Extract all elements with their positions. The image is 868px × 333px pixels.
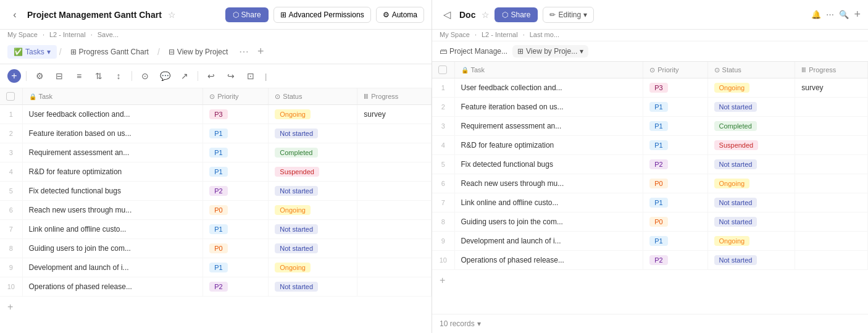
right-row-priority[interactable]: P0 — [643, 174, 707, 193]
right-row-status[interactable]: Not started — [707, 155, 795, 174]
row-priority[interactable]: P2 — [203, 182, 269, 201]
more-options-icon[interactable]: ⋯ — [239, 46, 249, 57]
search-icon[interactable]: 🔍 — [839, 10, 849, 19]
right-row-task[interactable]: Guiding users to join the com... — [454, 213, 643, 232]
row-status[interactable]: Not started — [269, 220, 357, 239]
right-row-progress — [795, 213, 868, 232]
group-button[interactable]: ≡ — [71, 68, 87, 84]
right-star-icon[interactable]: ☆ — [482, 10, 490, 20]
add-view-button[interactable]: + — [254, 45, 267, 59]
right-row-task[interactable]: Reach new users through mu... — [454, 174, 643, 193]
redo-button[interactable]: ↪ — [223, 68, 239, 84]
left-add-row[interactable]: + — [0, 297, 432, 318]
row-task[interactable]: Operations of phased release... — [22, 277, 203, 297]
right-row-status[interactable]: Completed — [707, 117, 795, 136]
row-priority[interactable]: P1 — [203, 258, 269, 277]
right-row-task[interactable]: Fix detected functional bugs — [454, 155, 643, 174]
left-panel-title: Project Management Gantt Chart — [27, 10, 162, 20]
right-header-checkbox[interactable] — [438, 65, 447, 74]
right-row-priority[interactable]: P2 — [643, 251, 707, 270]
row-status[interactable]: Ongoing — [269, 105, 357, 124]
right-row-status[interactable]: Suspended — [707, 136, 795, 155]
sort2-button[interactable]: ↕ — [111, 68, 127, 84]
row-task[interactable]: Feature iteration based on us... — [22, 124, 203, 143]
row-status[interactable]: Suspended — [269, 162, 357, 182]
row-task[interactable]: R&D for feature optimization — [22, 162, 203, 182]
right-row-priority[interactable]: P1 — [643, 193, 707, 213]
right-row-status[interactable]: Not started — [707, 193, 795, 213]
right-row-task[interactable]: Requirement assessment an... — [454, 117, 643, 136]
plus-icon[interactable]: + — [854, 8, 861, 21]
row-status[interactable]: Completed — [269, 143, 357, 162]
right-project-tab[interactable]: 🗃 Project Manage... — [440, 47, 507, 56]
right-row-status[interactable]: Ongoing — [707, 174, 795, 193]
tab-tasks[interactable]: ✅ Tasks ▾ — [7, 45, 57, 59]
row-priority[interactable]: P1 — [203, 162, 269, 182]
right-row-task[interactable]: User feedback collection and... — [454, 78, 643, 98]
row-status[interactable]: Not started — [269, 277, 357, 297]
right-row-status[interactable]: Not started — [707, 213, 795, 232]
back-button[interactable]: ‹ — [7, 7, 22, 22]
tab-progress-gantt[interactable]: ⊞ Progress Gantt Chart — [64, 45, 155, 59]
header-checkbox[interactable] — [6, 92, 15, 101]
row-status[interactable]: Not started — [269, 182, 357, 201]
row-task[interactable]: Requirement assessment an... — [22, 143, 203, 162]
editing-button[interactable]: ✏ Editing ▾ — [543, 7, 594, 23]
right-row-priority[interactable]: P1 — [643, 232, 707, 251]
row-task[interactable]: Development and launch of i... — [22, 258, 203, 277]
row-priority[interactable]: P0 — [203, 201, 269, 220]
right-add-row[interactable]: + — [432, 270, 868, 291]
history-button[interactable]: ⊙ — [137, 68, 153, 84]
right-row-task[interactable]: Link online and offline custo... — [454, 193, 643, 213]
advanced-permissions-button[interactable]: ⊞ Advanced Permissions — [273, 7, 371, 23]
row-priority[interactable]: P0 — [203, 239, 269, 258]
right-row-status[interactable]: Not started — [707, 98, 795, 117]
right-row-priority[interactable]: P3 — [643, 78, 707, 98]
right-share-button[interactable]: ⬡ Share — [495, 7, 538, 22]
right-row-priority[interactable]: P1 — [643, 98, 707, 117]
fullscreen-button[interactable]: ⊡ — [243, 68, 259, 84]
right-row-priority[interactable]: P1 — [643, 136, 707, 155]
row-task[interactable]: Link online and offline custo... — [22, 220, 203, 239]
right-row-status[interactable]: Ongoing — [707, 232, 795, 251]
right-row-progress: survey — [795, 78, 868, 98]
row-priority[interactable]: P1 — [203, 220, 269, 239]
share2-button[interactable]: ↗ — [177, 68, 193, 84]
right-row-task[interactable]: Feature iteration based on us... — [454, 98, 643, 117]
automation-button[interactable]: ⚙ Automa — [376, 7, 424, 23]
row-priority[interactable]: P3 — [203, 105, 269, 124]
row-priority[interactable]: P2 — [203, 277, 269, 297]
star-icon[interactable]: ☆ — [168, 10, 176, 20]
row-task[interactable]: Guiding users to join the com... — [22, 239, 203, 258]
tab-view-by-project[interactable]: ⊟ View by Project — [162, 45, 234, 59]
row-status[interactable]: Not started — [269, 124, 357, 143]
row-status[interactable]: Ongoing — [269, 258, 357, 277]
chevron-down-icon: ▾ — [47, 48, 51, 56]
row-status[interactable]: Ongoing — [269, 201, 357, 220]
row-task[interactable]: Fix detected functional bugs — [22, 182, 203, 201]
add-record-button[interactable]: + — [7, 69, 21, 83]
row-task[interactable]: Reach new users through mu... — [22, 201, 203, 220]
settings-button[interactable]: ⚙ — [31, 68, 48, 84]
undo-button[interactable]: ↩ — [203, 68, 219, 84]
left-share-button[interactable]: ⬡ Share — [225, 7, 269, 22]
right-row-task[interactable]: Development and launch of i... — [454, 232, 643, 251]
comment-button[interactable]: 💬 — [157, 68, 173, 84]
bell-icon[interactable]: 🔔 — [811, 10, 821, 19]
collapse-button[interactable]: ◁ — [440, 7, 454, 22]
row-priority[interactable]: P1 — [203, 143, 269, 162]
right-view-select[interactable]: ⊞ View by Proje... ▾ — [512, 45, 588, 57]
more-icon[interactable]: ⋯ — [826, 10, 834, 19]
right-row-status[interactable]: Not started — [707, 251, 795, 270]
sort-button[interactable]: ⇅ — [91, 68, 107, 84]
right-row-priority[interactable]: P1 — [643, 117, 707, 136]
filter-button[interactable]: ⊟ — [51, 68, 67, 84]
right-row-status[interactable]: Ongoing — [707, 78, 795, 98]
right-row-priority[interactable]: P0 — [643, 213, 707, 232]
right-row-task[interactable]: Operations of phased release... — [454, 251, 643, 270]
right-row-priority[interactable]: P2 — [643, 155, 707, 174]
row-status[interactable]: Not started — [269, 239, 357, 258]
row-priority[interactable]: P1 — [203, 124, 269, 143]
right-row-task[interactable]: R&D for feature optimization — [454, 136, 643, 155]
row-task[interactable]: User feedback collection and... — [22, 105, 203, 124]
